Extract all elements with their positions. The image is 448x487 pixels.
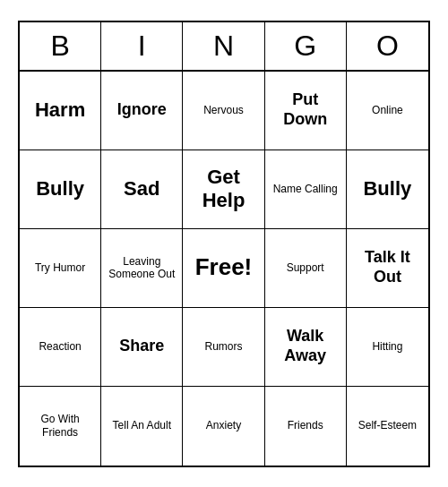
bingo-cell: Hitting [347,308,428,387]
cell-text: Hitting [372,340,402,353]
header-letter: N [183,22,264,70]
cell-text: Walk Away [269,327,342,365]
cell-text: Reaction [39,340,81,353]
cell-text: Free! [195,253,253,281]
bingo-cell: Walk Away [265,308,347,387]
cell-text: Bully [36,177,84,201]
cell-text: Name Calling [273,183,338,195]
header-letter: G [265,22,347,70]
header-letter: O [347,22,428,70]
bingo-cell: Name Calling [265,150,347,229]
header-letter: I [101,22,183,70]
bingo-cell: Free! [183,229,264,308]
cell-text: Put Down [269,90,342,129]
cell-text: Anxiety [206,419,241,431]
bingo-header: BINGO [20,22,428,72]
bingo-cell: Bully [347,150,428,229]
bingo-cell: Support [265,229,347,308]
cell-text: Get Help [186,166,260,213]
bingo-cell: Tell An Adult [101,387,183,466]
bingo-cell: Put Down [265,72,347,150]
bingo-cell: Share [101,308,183,387]
cell-text: Tell An Adult [113,419,171,431]
bingo-cell: Leaving Someone Out [101,229,183,308]
cell-text: Sad [124,177,159,201]
cell-text: Leaving Someone Out [105,255,178,281]
bingo-grid: HarmIgnoreNervousPut DownOnlineBullySadG… [20,72,428,466]
bingo-cell: Anxiety [183,387,264,466]
bingo-cell: Reaction [20,308,101,387]
cell-text: Support [287,261,324,274]
cell-text: Go With Friends [23,413,97,439]
bingo-cell: Sad [101,150,183,229]
cell-text: Nervous [203,104,244,116]
header-letter: B [20,22,101,70]
cell-text: Self-Esteem [358,419,417,431]
cell-text: Share [119,337,164,356]
bingo-cell: Nervous [183,72,264,150]
cell-text: Try Humor [35,261,85,274]
bingo-card: BINGO HarmIgnoreNervousPut DownOnlineBul… [18,21,430,467]
bingo-cell: Online [347,72,428,150]
cell-text: Bully [363,177,411,201]
bingo-cell: Friends [265,387,347,466]
bingo-cell: Get Help [183,150,264,229]
bingo-cell: Rumors [183,308,264,387]
bingo-cell: Ignore [101,72,183,150]
bingo-cell: Bully [20,150,101,229]
bingo-cell: Go With Friends [20,387,101,466]
cell-text: Online [372,104,403,116]
bingo-cell: Self-Esteem [347,387,428,466]
bingo-cell: Talk It Out [347,229,428,308]
cell-text: Ignore [117,100,167,120]
cell-text: Harm [35,98,85,122]
bingo-cell: Try Humor [20,229,101,308]
cell-text: Talk It Out [350,248,425,286]
bingo-cell: Harm [20,72,101,150]
cell-text: Friends [288,419,323,431]
cell-text: Rumors [204,340,242,353]
